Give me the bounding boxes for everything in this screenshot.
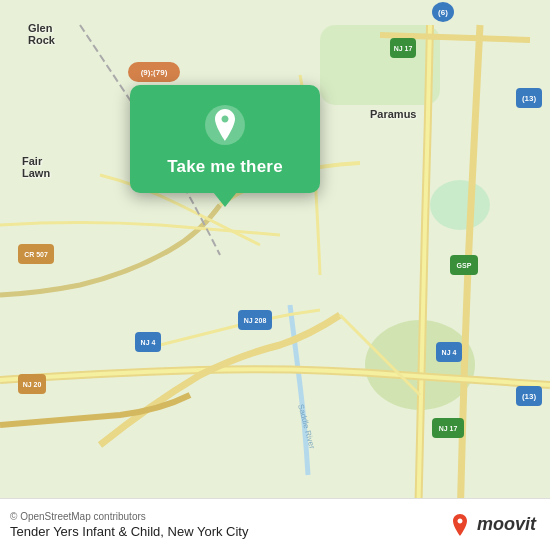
svg-point-2 <box>430 180 490 230</box>
take-me-there-button[interactable]: Take me there <box>167 157 283 177</box>
place-label-fair-lawn: FairLawn <box>22 155 50 179</box>
road-badge-13-bottom: (13) <box>516 386 542 406</box>
place-label-paramus: Paramus <box>370 108 416 120</box>
moovit-logo: moovit <box>447 512 536 538</box>
location-name-text: Tender Yers Infant & Child, New York Cit… <box>10 524 248 539</box>
place-label-glen-rock: GlenRock <box>28 22 55 46</box>
road-badge-cr507: CR 507 <box>18 244 54 264</box>
road-badge-nj208: NJ 208 <box>238 310 272 330</box>
road-badge-nj4-right: NJ 4 <box>436 342 462 362</box>
bottom-bar-info: © OpenStreetMap contributors Tender Yers… <box>10 511 248 539</box>
road-badge-6-top: (6) <box>432 2 454 22</box>
bottom-bar: © OpenStreetMap contributors Tender Yers… <box>0 498 550 550</box>
map-container: Saddle River GlenRock Paramus FairLawn (… <box>0 0 550 550</box>
moovit-pin-icon <box>447 512 473 538</box>
road-badge-nj4-left: NJ 4 <box>135 332 161 352</box>
road-badge-nj17-bottom: NJ 17 <box>432 418 464 438</box>
road-badge-nj20: NJ 20 <box>18 374 46 394</box>
popup-card: Take me there <box>130 85 320 193</box>
location-pin-icon <box>203 103 247 147</box>
moovit-logo-text: moovit <box>477 514 536 535</box>
road-badge-9-79: (9);(79) <box>128 62 180 82</box>
road-badge-gsp: GSP <box>450 255 478 275</box>
road-badge-nj17-top: NJ 17 <box>390 38 416 58</box>
attribution-text: © OpenStreetMap contributors <box>10 511 248 522</box>
road-badge-13-top: (13) <box>516 88 542 108</box>
